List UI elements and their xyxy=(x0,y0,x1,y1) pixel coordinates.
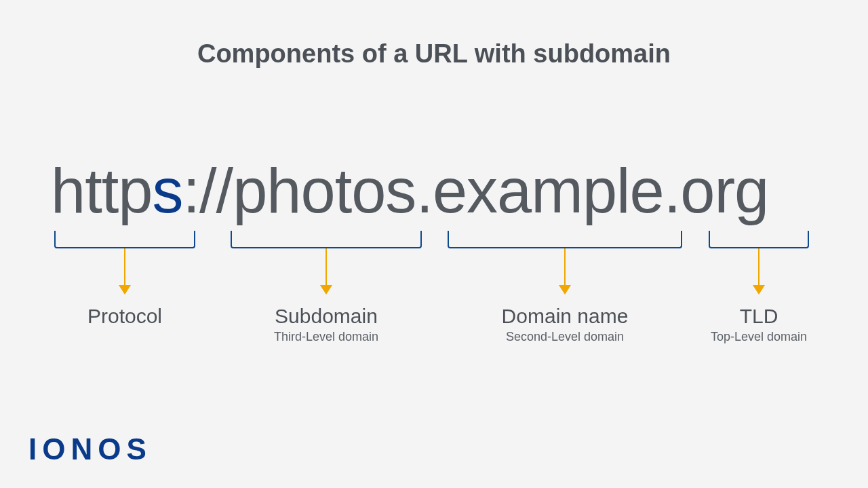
url-domain: example xyxy=(433,156,664,225)
bracket-tld xyxy=(709,231,809,248)
label-protocol: Protocol xyxy=(87,304,162,330)
url-protocol-sep: :// xyxy=(182,156,233,225)
ionos-logo: IONOS xyxy=(28,432,152,466)
label-subdomain-sub: Third-Level domain xyxy=(274,330,378,344)
label-tld-main: TLD xyxy=(711,304,807,329)
url-tld: org xyxy=(680,156,768,225)
label-domain: Domain name Second-Level domain xyxy=(502,304,629,344)
label-domain-sub: Second-Level domain xyxy=(502,330,629,344)
label-tld: TLD Top-Level domain xyxy=(711,304,807,344)
arrow-subdomain xyxy=(326,248,327,293)
url-dot-2: . xyxy=(664,156,681,225)
arrow-domain xyxy=(564,248,566,293)
url-protocol-http: http xyxy=(51,156,152,225)
bracket-protocol xyxy=(54,231,195,248)
arrow-tld xyxy=(758,248,760,293)
bracket-subdomain xyxy=(231,231,422,248)
label-domain-main: Domain name xyxy=(502,304,629,329)
url-text: https://photos.example.org xyxy=(51,159,768,222)
url-protocol-s: s xyxy=(152,156,182,225)
label-subdomain-main: Subdomain xyxy=(274,304,378,329)
label-tld-sub: Top-Level domain xyxy=(711,330,807,344)
label-subdomain: Subdomain Third-Level domain xyxy=(274,304,378,344)
label-protocol-main: Protocol xyxy=(87,304,162,329)
bracket-domain xyxy=(448,231,682,248)
url-dot-1: . xyxy=(416,156,433,225)
diagram-title: Components of a URL with subdomain xyxy=(0,39,868,69)
arrow-protocol xyxy=(124,248,125,293)
url-subdomain: photos xyxy=(233,156,416,225)
